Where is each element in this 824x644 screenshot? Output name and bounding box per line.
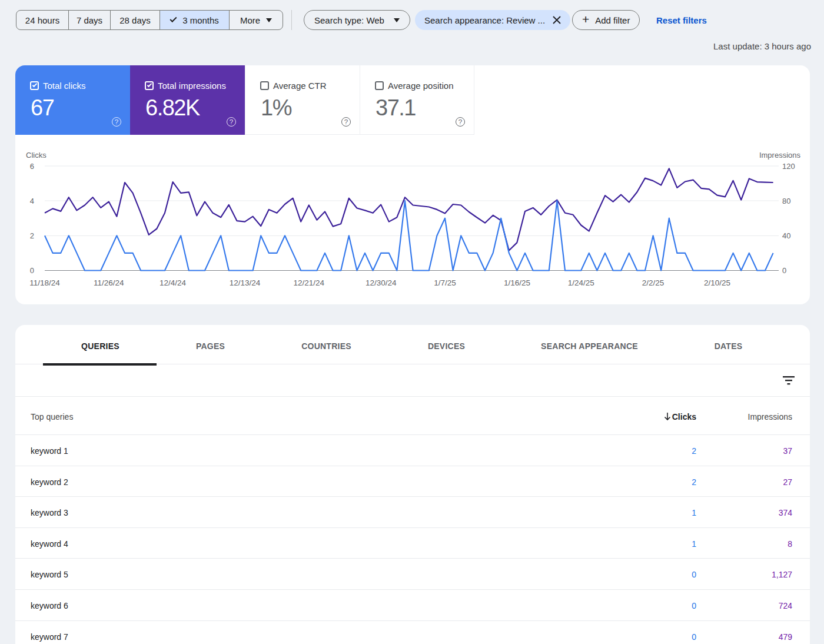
svg-text:Impressions: Impressions (759, 151, 801, 160)
svg-text:6: 6 (30, 162, 34, 171)
svg-text:0: 0 (782, 266, 786, 275)
svg-text:12/4/24: 12/4/24 (160, 278, 187, 287)
svg-text:11/26/24: 11/26/24 (94, 278, 124, 287)
svg-text:1/16/25: 1/16/25 (504, 278, 530, 287)
svg-text:2/2/25: 2/2/25 (642, 278, 664, 287)
svg-text:12/13/24: 12/13/24 (230, 278, 261, 287)
svg-text:11/18/24: 11/18/24 (29, 278, 60, 287)
svg-text:120: 120 (782, 162, 795, 171)
svg-text:40: 40 (782, 231, 790, 240)
svg-text:80: 80 (782, 197, 790, 205)
svg-text:12/21/24: 12/21/24 (294, 278, 325, 287)
svg-text:4: 4 (30, 197, 34, 205)
svg-text:2/10/25: 2/10/25 (704, 278, 730, 287)
svg-text:2: 2 (30, 231, 34, 240)
svg-text:1/24/25: 1/24/25 (568, 278, 594, 287)
svg-text:12/30/24: 12/30/24 (366, 278, 397, 287)
svg-text:Clicks: Clicks (26, 151, 46, 160)
svg-text:1/7/25: 1/7/25 (434, 278, 456, 287)
svg-text:0: 0 (30, 266, 34, 275)
